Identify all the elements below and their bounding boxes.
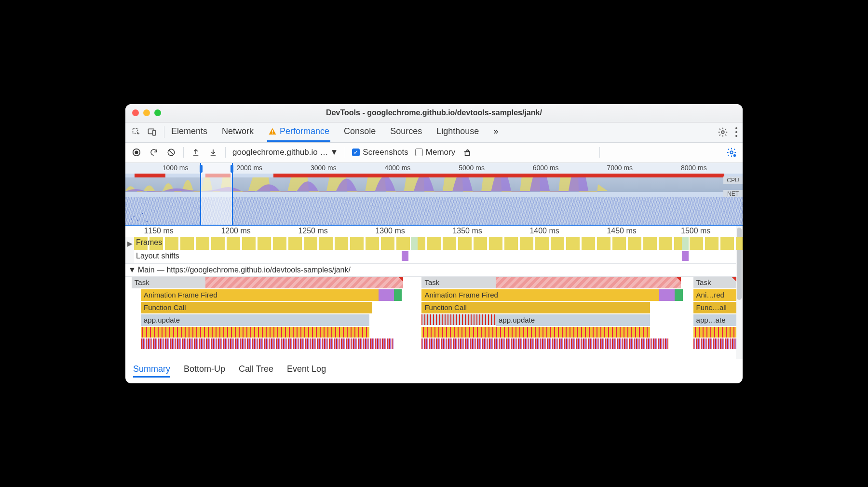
cpu-label: CPU: [723, 176, 743, 184]
detail-tick: 1250 ms: [298, 227, 327, 235]
flame-paint[interactable]: [675, 289, 683, 301]
detail-tick: 1150 ms: [144, 227, 173, 235]
memory-toggle[interactable]: Memory: [415, 148, 455, 157]
detail-tick: 1400 ms: [529, 227, 559, 235]
flame-microtasks[interactable]: [693, 338, 737, 349]
flame-layout[interactable]: [659, 289, 675, 301]
detail-ruler: 1150 ms 1200 ms 1250 ms 1300 ms 1350 ms …: [125, 226, 743, 237]
close-icon[interactable]: [132, 109, 139, 116]
flame-microtasks[interactable]: [421, 327, 650, 338]
flame-task-long[interactable]: [205, 277, 403, 288]
expand-icon[interactable]: ▶: [125, 237, 134, 250]
checkbox-icon[interactable]: [415, 149, 423, 156]
flame-app-update[interactable]: app.update: [496, 314, 650, 326]
flame-microtasks[interactable]: [693, 327, 737, 338]
main-thread-flame[interactable]: Task Animation Frame Fired Function Call…: [125, 277, 743, 359]
traffic-lights: [132, 109, 161, 116]
performance-toolbar: googlechrome.github.io … ▼ ✓ Screenshots…: [125, 143, 743, 163]
clear-button[interactable]: [166, 147, 176, 158]
inspect-element-icon[interactable]: [130, 126, 143, 138]
tab-summary[interactable]: Summary: [133, 364, 170, 378]
flame-task[interactable]: Task: [132, 277, 206, 288]
flame-function-call[interactable]: Func…all: [693, 302, 737, 313]
main-thread-header[interactable]: ▼ Main — https://googlechrome.github.io/…: [125, 263, 743, 277]
svg-rect-0: [133, 129, 138, 134]
flame-animation-frame[interactable]: Animation Frame Fired: [141, 289, 379, 301]
minimize-icon[interactable]: [143, 109, 150, 116]
separator: [183, 147, 184, 158]
overview-tick: 7000 ms: [607, 164, 633, 172]
tab-sources[interactable]: Sources: [389, 122, 423, 142]
main-thread-label: Main — https://googlechrome.github.io/de…: [138, 266, 351, 274]
detail-tick: 1450 ms: [607, 227, 636, 235]
capture-settings-icon[interactable]: [726, 147, 737, 158]
svg-rect-2: [153, 131, 156, 135]
selection-handle-left[interactable]: [200, 165, 203, 173]
checkbox-checked-icon[interactable]: ✓: [352, 149, 360, 156]
svg-point-7: [735, 131, 737, 133]
flame-task-long[interactable]: [496, 277, 681, 288]
tab-lighthouse[interactable]: Lighthouse: [435, 122, 480, 142]
flame-paint[interactable]: [394, 289, 402, 301]
record-button[interactable]: [131, 147, 142, 158]
overview-tick: 1000 ms: [163, 164, 189, 172]
flame-layout[interactable]: [379, 289, 394, 301]
detail-tick: 1350 ms: [452, 227, 482, 235]
selection-handle-right[interactable]: [231, 165, 233, 173]
flame-function-call[interactable]: Function Call: [141, 302, 372, 313]
tab-network[interactable]: Network: [221, 122, 255, 142]
overview-tick: 3000 ms: [311, 164, 337, 172]
overview-selection[interactable]: [200, 163, 233, 225]
tab-elements[interactable]: Elements: [170, 122, 208, 142]
flame-microtasks[interactable]: [141, 327, 369, 338]
svg-rect-4: [272, 133, 273, 134]
flame-microtasks[interactable]: [421, 314, 496, 325]
tab-event-log[interactable]: Event Log: [287, 364, 326, 378]
svg-point-6: [735, 127, 737, 129]
tab-bottom-up[interactable]: Bottom-Up: [184, 364, 225, 378]
more-tabs-button[interactable]: »: [492, 122, 499, 142]
svg-rect-12: [465, 152, 470, 156]
kebab-menu-icon[interactable]: [735, 127, 738, 137]
warning-icon: [268, 127, 277, 136]
overview-timeline[interactable]: 1000 ms 2000 ms 3000 ms 4000 ms 5000 ms …: [125, 163, 743, 226]
garbage-collect-button[interactable]: [462, 147, 473, 158]
overview-tick: 6000 ms: [533, 164, 559, 172]
panel-tabs: Elements Network Performance Console Sou…: [125, 122, 743, 143]
screenshots-label: Screenshots: [363, 148, 408, 157]
flame-app-update[interactable]: app…ate: [693, 314, 737, 326]
settings-icon[interactable]: [718, 127, 728, 137]
zoom-icon[interactable]: [154, 109, 161, 116]
detail-tick: 1300 ms: [375, 227, 405, 235]
flame-app-update[interactable]: app.update: [141, 314, 369, 326]
tab-performance-label: Performance: [280, 126, 329, 136]
frames-label: Frames: [134, 238, 164, 247]
recording-selector[interactable]: googlechrome.github.io … ▼: [232, 148, 338, 157]
layout-shifts-track[interactable]: Layout shifts: [125, 250, 743, 263]
device-toolbar-icon[interactable]: [146, 126, 158, 138]
svg-rect-3: [272, 130, 273, 133]
layout-shift-marker[interactable]: [402, 251, 408, 261]
flame-task[interactable]: Task: [421, 277, 496, 288]
layout-shift-marker[interactable]: [682, 251, 689, 261]
tab-call-tree[interactable]: Call Tree: [239, 364, 273, 378]
download-profile-button[interactable]: [208, 147, 218, 158]
tab-performance[interactable]: Performance: [267, 122, 330, 142]
window-title: DevTools - googlechrome.github.io/devtoo…: [125, 108, 743, 117]
tab-console[interactable]: Console: [343, 122, 377, 142]
flame-microtasks[interactable]: [421, 338, 668, 349]
upload-profile-button[interactable]: [190, 147, 201, 158]
flame-task[interactable]: Task: [693, 277, 737, 288]
panel-tab-list: Elements Network Performance Console Sou…: [170, 122, 499, 142]
screenshots-toggle[interactable]: ✓ Screenshots: [352, 148, 408, 157]
flame-animation-frame[interactable]: Ani…red: [693, 289, 737, 301]
reload-record-button[interactable]: [149, 147, 159, 158]
frames-track[interactable]: ▶ Frames: [125, 237, 743, 250]
flame-function-call[interactable]: Function Call: [421, 302, 650, 313]
layout-shifts-label: Layout shifts: [136, 252, 179, 260]
flame-chart[interactable]: 1150 ms 1200 ms 1250 ms 1300 ms 1350 ms …: [125, 226, 743, 359]
flame-animation-frame[interactable]: Animation Frame Fired: [421, 289, 659, 301]
recording-selector-label: googlechrome.github.io …: [232, 148, 328, 157]
flame-microtasks[interactable]: [141, 338, 394, 349]
devtools-window: DevTools - googlechrome.github.io/devtoo…: [125, 104, 743, 383]
